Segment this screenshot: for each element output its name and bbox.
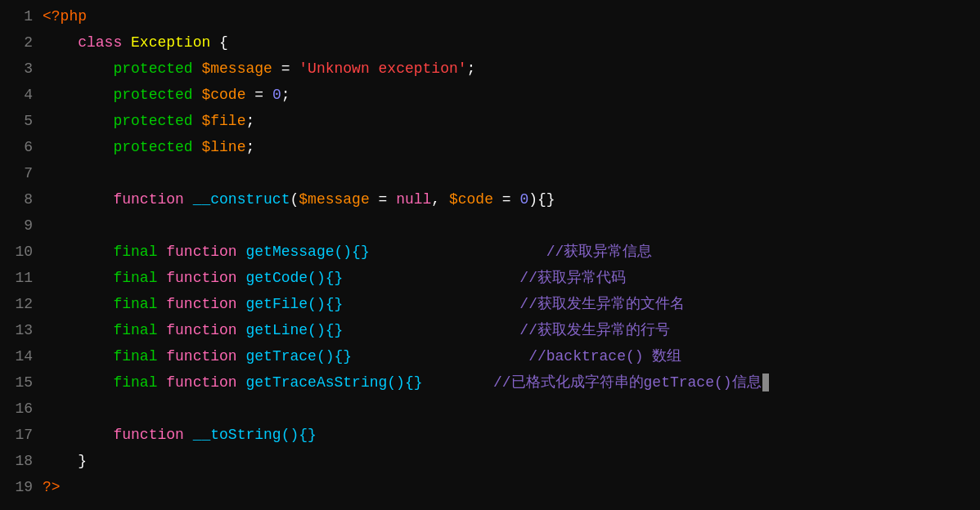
line-num-13: 13 [7,317,33,343]
line-num-9: 9 [7,212,33,239]
code-line-17: function __toString(){} [43,422,980,448]
line-numbers: 1 2 3 4 5 6 7 8 9 10 11 12 13 14 15 16 1… [0,3,39,510]
line-num-2: 2 [7,29,33,56]
keyword-function-15: function [166,374,236,391]
brace-open: { [219,34,228,51]
line-num-11: 11 [7,265,33,291]
line-num-1: 1 [7,3,33,29]
op-assign-3: = [281,60,290,77]
comment-13: //获取发生异常的行号 [519,322,670,338]
func-getLine: getLine(){} [245,322,343,338]
code-line-6: protected $line; [43,134,980,160]
var-message: $message [201,60,272,77]
func-construct: __construct [193,191,290,208]
modifier-final-13: final [113,322,157,338]
func-getTraceAsString: getTraceAsString(){} [245,374,422,391]
func-toString: __toString(){} [193,427,317,443]
line-num-10: 10 [7,239,33,265]
code-line-16 [43,396,980,422]
code-editor: 1 2 3 4 5 6 7 8 9 10 11 12 13 14 15 16 1… [0,0,980,510]
line-num-14: 14 [7,343,33,369]
class-name-exception: Exception [131,34,210,51]
var-file: $file [201,113,245,129]
func-getTrace: getTrace(){} [245,348,352,365]
modifier-final-14: final [113,348,157,365]
modifier-protected-3: protected [113,60,192,77]
brace-close-class: } [78,453,87,469]
op-assign-4: = [254,87,263,103]
func-getFile: getFile(){} [245,296,343,312]
keyword-function-14: function [166,348,236,365]
line-num-8: 8 [7,186,33,212]
keyword-function-13: function [166,322,236,338]
func-getMessage: getMessage(){} [245,244,369,260]
string-unknown-exception: 'Unknown exception' [299,60,466,77]
line-num-19: 19 [7,474,33,500]
code-line-10: final function getMessage(){} //获取异常信息 [43,239,980,265]
semi-6: ; [245,139,254,155]
code-line-9 [43,212,980,239]
code-line-3: protected $message = 'Unknown exception'… [43,56,980,82]
var-code: $code [201,87,245,103]
keyword-function-10: function [166,244,236,260]
keyword-function-8: function [113,191,183,208]
code-line-18: } [43,448,980,474]
line-num-12: 12 [7,291,33,317]
php-open-tag: <?php [43,8,87,25]
params-construct: ($message = null, $code = 0){} [290,191,555,208]
code-line-1: <?php [43,3,980,29]
line-num-15: 15 [7,369,33,396]
modifier-protected-4: protected [113,87,192,103]
code-line-4: protected $code = 0; [43,82,980,108]
code-line-11: final function getCode(){} //获取异常代码 [43,265,980,291]
code-line-8: function __construct($message = null, $c… [43,186,980,212]
func-getCode: getCode(){} [245,270,343,286]
code-lines: <?php class Exception { protected $messa… [39,3,980,510]
comment-11: //获取异常代码 [519,270,626,286]
modifier-final-10: final [113,244,157,260]
php-close-tag: ?> [43,479,61,495]
code-line-tilde: ~ [43,500,980,510]
code-line-5: protected $file; [43,108,980,134]
code-line-2: class Exception { [43,29,980,56]
modifier-final-11: final [113,270,157,286]
code-line-15: final function getTraceAsString(){} //已格… [43,369,980,396]
line-num-3: 3 [7,56,33,82]
comment-14: //backtrace() 数组 [528,348,681,365]
comment-15: //已格式化成字符串的getTrace()信息 [493,374,762,391]
keyword-function-12: function [166,296,236,312]
line-num-6: 6 [7,134,33,160]
modifier-final-12: final [113,296,157,312]
semi-3: ; [467,60,476,77]
line-num-18: 18 [7,448,33,474]
line-num-17: 17 [7,422,33,448]
code-line-7 [43,160,980,186]
line-num-7: 7 [7,160,33,186]
modifier-protected-6: protected [113,139,192,155]
comment-10: //获取异常信息 [546,244,653,260]
number-zero: 0 [272,87,281,103]
code-line-12: final function getFile(){} //获取发生异常的文件名 [43,291,980,317]
keyword-function-17: function [113,427,183,443]
code-line-14: final function getTrace(){} //backtrace(… [43,343,980,369]
line-num-tilde: ~ [7,500,33,510]
modifier-final-15: final [113,374,157,391]
line-num-4: 4 [7,82,33,108]
line-num-16: 16 [7,396,33,422]
modifier-protected-5: protected [113,113,192,129]
code-line-13: final function getLine(){} //获取发生异常的行号 [43,317,980,343]
keyword-class: class [78,34,122,51]
code-line-19: ?> [43,474,980,500]
comment-12: //获取发生异常的文件名 [519,296,685,312]
keyword-function-11: function [166,270,236,286]
semi-4: ; [281,87,290,103]
line-num-5: 5 [7,108,33,134]
semi-5: ; [245,113,254,129]
var-line: $line [201,139,245,155]
